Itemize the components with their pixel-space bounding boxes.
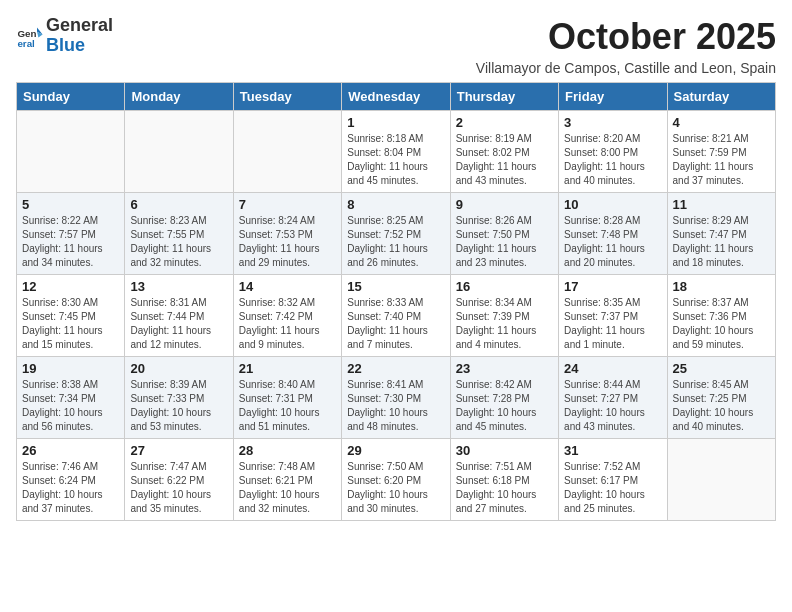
- calendar-cell: 31Sunrise: 7:52 AM Sunset: 6:17 PM Dayli…: [559, 439, 667, 521]
- page-header: Gen eral General Blue October 2025 Villa…: [16, 16, 776, 76]
- calendar-cell: 22Sunrise: 8:41 AM Sunset: 7:30 PM Dayli…: [342, 357, 450, 439]
- day-number: 21: [239, 361, 336, 376]
- day-number: 18: [673, 279, 770, 294]
- calendar-cell: 27Sunrise: 7:47 AM Sunset: 6:22 PM Dayli…: [125, 439, 233, 521]
- calendar-cell: 28Sunrise: 7:48 AM Sunset: 6:21 PM Dayli…: [233, 439, 341, 521]
- day-number: 28: [239, 443, 336, 458]
- day-number: 13: [130, 279, 227, 294]
- day-number: 20: [130, 361, 227, 376]
- calendar-cell: 26Sunrise: 7:46 AM Sunset: 6:24 PM Dayli…: [17, 439, 125, 521]
- day-number: 17: [564, 279, 661, 294]
- month-title: October 2025: [476, 16, 776, 58]
- day-number: 16: [456, 279, 553, 294]
- day-number: 10: [564, 197, 661, 212]
- calendar-cell: 3Sunrise: 8:20 AM Sunset: 8:00 PM Daylig…: [559, 111, 667, 193]
- day-number: 7: [239, 197, 336, 212]
- day-number: 25: [673, 361, 770, 376]
- day-number: 2: [456, 115, 553, 130]
- day-number: 14: [239, 279, 336, 294]
- day-info: Sunrise: 7:47 AM Sunset: 6:22 PM Dayligh…: [130, 460, 227, 516]
- day-info: Sunrise: 8:42 AM Sunset: 7:28 PM Dayligh…: [456, 378, 553, 434]
- day-info: Sunrise: 8:40 AM Sunset: 7:31 PM Dayligh…: [239, 378, 336, 434]
- day-info: Sunrise: 8:38 AM Sunset: 7:34 PM Dayligh…: [22, 378, 119, 434]
- day-info: Sunrise: 8:24 AM Sunset: 7:53 PM Dayligh…: [239, 214, 336, 270]
- day-info: Sunrise: 8:20 AM Sunset: 8:00 PM Dayligh…: [564, 132, 661, 188]
- calendar-cell: [233, 111, 341, 193]
- day-info: Sunrise: 8:18 AM Sunset: 8:04 PM Dayligh…: [347, 132, 444, 188]
- weekday-header-tuesday: Tuesday: [233, 83, 341, 111]
- title-section: October 2025 Villamayor de Campos, Casti…: [476, 16, 776, 76]
- day-number: 8: [347, 197, 444, 212]
- day-info: Sunrise: 8:41 AM Sunset: 7:30 PM Dayligh…: [347, 378, 444, 434]
- calendar-week-row: 1Sunrise: 8:18 AM Sunset: 8:04 PM Daylig…: [17, 111, 776, 193]
- weekday-header-saturday: Saturday: [667, 83, 775, 111]
- calendar-week-row: 26Sunrise: 7:46 AM Sunset: 6:24 PM Dayli…: [17, 439, 776, 521]
- day-info: Sunrise: 8:39 AM Sunset: 7:33 PM Dayligh…: [130, 378, 227, 434]
- calendar-week-row: 19Sunrise: 8:38 AM Sunset: 7:34 PM Dayli…: [17, 357, 776, 439]
- calendar-cell: [17, 111, 125, 193]
- day-info: Sunrise: 8:28 AM Sunset: 7:48 PM Dayligh…: [564, 214, 661, 270]
- day-info: Sunrise: 8:22 AM Sunset: 7:57 PM Dayligh…: [22, 214, 119, 270]
- day-info: Sunrise: 7:51 AM Sunset: 6:18 PM Dayligh…: [456, 460, 553, 516]
- day-info: Sunrise: 8:32 AM Sunset: 7:42 PM Dayligh…: [239, 296, 336, 352]
- day-info: Sunrise: 7:48 AM Sunset: 6:21 PM Dayligh…: [239, 460, 336, 516]
- day-number: 22: [347, 361, 444, 376]
- day-number: 23: [456, 361, 553, 376]
- day-number: 19: [22, 361, 119, 376]
- day-number: 1: [347, 115, 444, 130]
- day-number: 6: [130, 197, 227, 212]
- logo-icon: Gen eral: [16, 22, 44, 50]
- day-info: Sunrise: 8:26 AM Sunset: 7:50 PM Dayligh…: [456, 214, 553, 270]
- calendar-cell: 11Sunrise: 8:29 AM Sunset: 7:47 PM Dayli…: [667, 193, 775, 275]
- calendar-cell: 29Sunrise: 7:50 AM Sunset: 6:20 PM Dayli…: [342, 439, 450, 521]
- calendar-cell: 1Sunrise: 8:18 AM Sunset: 8:04 PM Daylig…: [342, 111, 450, 193]
- day-number: 26: [22, 443, 119, 458]
- day-number: 12: [22, 279, 119, 294]
- calendar-cell: 30Sunrise: 7:51 AM Sunset: 6:18 PM Dayli…: [450, 439, 558, 521]
- logo-blue-text: Blue: [46, 35, 85, 55]
- day-info: Sunrise: 8:35 AM Sunset: 7:37 PM Dayligh…: [564, 296, 661, 352]
- calendar-cell: 24Sunrise: 8:44 AM Sunset: 7:27 PM Dayli…: [559, 357, 667, 439]
- svg-text:eral: eral: [17, 38, 35, 49]
- calendar-cell: [667, 439, 775, 521]
- calendar-cell: 4Sunrise: 8:21 AM Sunset: 7:59 PM Daylig…: [667, 111, 775, 193]
- day-info: Sunrise: 8:19 AM Sunset: 8:02 PM Dayligh…: [456, 132, 553, 188]
- subtitle: Villamayor de Campos, Castille and Leon,…: [476, 60, 776, 76]
- calendar-cell: 25Sunrise: 8:45 AM Sunset: 7:25 PM Dayli…: [667, 357, 775, 439]
- weekday-header-monday: Monday: [125, 83, 233, 111]
- day-info: Sunrise: 7:46 AM Sunset: 6:24 PM Dayligh…: [22, 460, 119, 516]
- calendar-week-row: 12Sunrise: 8:30 AM Sunset: 7:45 PM Dayli…: [17, 275, 776, 357]
- calendar-cell: 16Sunrise: 8:34 AM Sunset: 7:39 PM Dayli…: [450, 275, 558, 357]
- weekday-header-row: SundayMondayTuesdayWednesdayThursdayFrid…: [17, 83, 776, 111]
- calendar-cell: 7Sunrise: 8:24 AM Sunset: 7:53 PM Daylig…: [233, 193, 341, 275]
- day-number: 24: [564, 361, 661, 376]
- day-info: Sunrise: 8:33 AM Sunset: 7:40 PM Dayligh…: [347, 296, 444, 352]
- logo-general-text: General: [46, 15, 113, 35]
- day-info: Sunrise: 8:31 AM Sunset: 7:44 PM Dayligh…: [130, 296, 227, 352]
- day-info: Sunrise: 8:21 AM Sunset: 7:59 PM Dayligh…: [673, 132, 770, 188]
- calendar-cell: 9Sunrise: 8:26 AM Sunset: 7:50 PM Daylig…: [450, 193, 558, 275]
- day-number: 3: [564, 115, 661, 130]
- weekday-header-wednesday: Wednesday: [342, 83, 450, 111]
- day-number: 9: [456, 197, 553, 212]
- weekday-header-sunday: Sunday: [17, 83, 125, 111]
- calendar-cell: 8Sunrise: 8:25 AM Sunset: 7:52 PM Daylig…: [342, 193, 450, 275]
- day-number: 29: [347, 443, 444, 458]
- day-info: Sunrise: 8:45 AM Sunset: 7:25 PM Dayligh…: [673, 378, 770, 434]
- calendar-cell: 19Sunrise: 8:38 AM Sunset: 7:34 PM Dayli…: [17, 357, 125, 439]
- calendar-cell: 13Sunrise: 8:31 AM Sunset: 7:44 PM Dayli…: [125, 275, 233, 357]
- day-info: Sunrise: 8:23 AM Sunset: 7:55 PM Dayligh…: [130, 214, 227, 270]
- weekday-header-thursday: Thursday: [450, 83, 558, 111]
- calendar-cell: 21Sunrise: 8:40 AM Sunset: 7:31 PM Dayli…: [233, 357, 341, 439]
- day-number: 11: [673, 197, 770, 212]
- calendar-cell: 12Sunrise: 8:30 AM Sunset: 7:45 PM Dayli…: [17, 275, 125, 357]
- day-info: Sunrise: 8:44 AM Sunset: 7:27 PM Dayligh…: [564, 378, 661, 434]
- weekday-header-friday: Friday: [559, 83, 667, 111]
- calendar-cell: 18Sunrise: 8:37 AM Sunset: 7:36 PM Dayli…: [667, 275, 775, 357]
- calendar-cell: 10Sunrise: 8:28 AM Sunset: 7:48 PM Dayli…: [559, 193, 667, 275]
- day-info: Sunrise: 8:29 AM Sunset: 7:47 PM Dayligh…: [673, 214, 770, 270]
- calendar-cell: 20Sunrise: 8:39 AM Sunset: 7:33 PM Dayli…: [125, 357, 233, 439]
- day-info: Sunrise: 7:52 AM Sunset: 6:17 PM Dayligh…: [564, 460, 661, 516]
- day-number: 15: [347, 279, 444, 294]
- day-info: Sunrise: 8:25 AM Sunset: 7:52 PM Dayligh…: [347, 214, 444, 270]
